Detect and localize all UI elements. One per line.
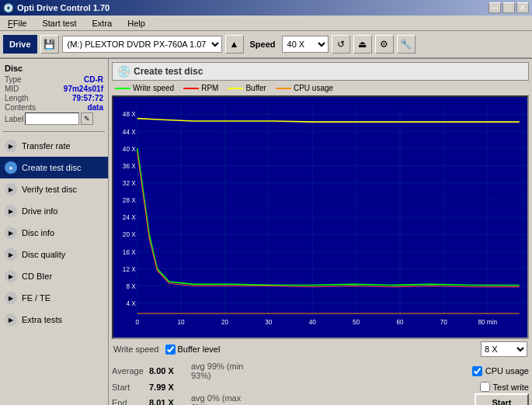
- settings-button[interactable]: ⚙: [375, 35, 394, 54]
- disc-label-row: Label ✎: [5, 112, 103, 125]
- cpu-usage-checkbox[interactable]: [472, 366, 482, 376]
- menu-start-test[interactable]: Start test: [37, 17, 81, 29]
- legend-buffer-label: Buffer: [245, 84, 266, 92]
- sidebar-disc-quality-label: Disc quality: [22, 250, 65, 259]
- svg-text:0: 0: [135, 318, 139, 326]
- speed-label: Speed: [250, 40, 276, 49]
- app-icon: 💿: [3, 3, 14, 13]
- sidebar-fe-te[interactable]: ▶ FE / TE: [0, 287, 108, 309]
- sidebar-verify-test-disc[interactable]: ▶ Verify test disc: [0, 178, 108, 200]
- disc-type-row: Type CD-R: [5, 75, 103, 84]
- menu-help[interactable]: Help: [123, 17, 150, 29]
- disc-contents-row: Contents data: [5, 103, 103, 112]
- disc-quality-icon: ▶: [5, 248, 17, 261]
- toolbar: Drive 💾 (M:) PLEXTOR DVDR PX-760A 1.07 ▲…: [0, 31, 532, 59]
- disc-label-input[interactable]: [25, 112, 79, 125]
- stats-row-end: End 8.01 X avg 0% (max 0%) Start: [112, 393, 529, 405]
- chart-legend: Write speed RPM Buffer CPU usage: [112, 82, 529, 94]
- close-button[interactable]: ✕: [516, 2, 529, 13]
- drive-info-button[interactable]: ▲: [225, 35, 244, 54]
- buffer-level-checkbox[interactable]: [165, 344, 176, 355]
- svg-text:40: 40: [309, 318, 316, 326]
- svg-text:28 X: 28 X: [123, 196, 136, 204]
- tool-button[interactable]: 🔧: [397, 35, 416, 54]
- drive-select[interactable]: (M:) PLEXTOR DVDR PX-760A 1.07: [62, 36, 222, 53]
- fe-te-icon: ▶: [5, 292, 17, 304]
- drive-icon-button[interactable]: 💾: [40, 35, 59, 54]
- svg-text:70: 70: [440, 318, 447, 326]
- disc-type-label: Type: [5, 75, 22, 84]
- create-test-disc-icon: ●: [5, 161, 17, 174]
- disc-type-value: CD-R: [84, 75, 103, 84]
- legend-rpm: RPM: [183, 84, 218, 92]
- sidebar-extra-tests[interactable]: ▶ Extra tests: [0, 309, 108, 331]
- sidebar-create-test-disc[interactable]: ● Create test disc: [0, 157, 108, 178]
- extra-tests-icon: ▶: [5, 313, 17, 326]
- drive-info-icon: ▶: [5, 205, 17, 217]
- buffer-level-label: Buffer level: [178, 344, 221, 354]
- sidebar-cd-bier[interactable]: ▶ CD BIer: [0, 265, 108, 287]
- disc-info-icon: ▶: [5, 227, 17, 239]
- disc-label-label: Label: [5, 115, 23, 123]
- sidebar: Disc Type CD-R MID 97m24s01f Length 79:5…: [0, 59, 109, 405]
- refresh-button[interactable]: ↺: [332, 35, 350, 54]
- sidebar-verify-test-disc-label: Verify test disc: [22, 185, 77, 194]
- end-avg-value: avg 0% (max 0%): [191, 393, 245, 405]
- svg-text:32 X: 32 X: [123, 179, 136, 187]
- disc-length-label: Length: [5, 94, 29, 102]
- sidebar-drive-info[interactable]: ▶ Drive info: [0, 200, 108, 222]
- chart-header: 💿 Create test disc: [112, 62, 529, 81]
- stats-row-start: Start 7.99 X Test write: [112, 381, 529, 393]
- below-chart-controls: Write speed Buffer level 8 X: [112, 339, 529, 359]
- svg-text:10: 10: [178, 318, 185, 326]
- svg-text:80 min: 80 min: [478, 318, 497, 326]
- main-content: Disc Type CD-R MID 97m24s01f Length 79:5…: [0, 59, 532, 405]
- average-avg-value: avg 99% (min 93%): [191, 362, 245, 380]
- svg-text:48 X: 48 X: [123, 110, 136, 118]
- svg-text:8 X: 8 X: [126, 282, 136, 290]
- drive-label: Drive: [3, 35, 37, 54]
- minimize-button[interactable]: —: [489, 2, 501, 13]
- svg-text:40 X: 40 X: [123, 144, 136, 152]
- start-value: 7.99 X: [149, 382, 188, 392]
- test-write-checkbox[interactable]: [480, 382, 490, 392]
- write-speed-select[interactable]: 8 X: [481, 341, 527, 357]
- legend-buffer-color: [228, 88, 243, 89]
- sidebar-cd-bier-label: CD BIer: [22, 272, 52, 281]
- svg-text:30: 30: [265, 318, 272, 326]
- eject-button[interactable]: ⏏: [353, 35, 372, 54]
- start-button[interactable]: Start: [475, 393, 529, 405]
- sidebar-disc-info[interactable]: ▶ Disc info: [0, 222, 108, 244]
- disc-mid-value: 97m24s01f: [64, 85, 103, 93]
- disc-label-icon-button[interactable]: ✎: [81, 112, 93, 125]
- cd-bier-icon: ▶: [5, 270, 17, 282]
- legend-cpu-label: CPU usage: [294, 84, 333, 92]
- maximize-button[interactable]: □: [502, 2, 515, 13]
- svg-text:12 X: 12 X: [123, 265, 136, 272]
- right-panel: 💿 Create test disc Write speed RPM Buffe…: [109, 59, 532, 405]
- menu-bar: FFile Start test Extra Help: [0, 16, 532, 31]
- disc-contents-value: data: [87, 103, 103, 112]
- legend-rpm-label: RPM: [201, 84, 218, 92]
- stats-area: Average 8.00 X avg 99% (min 93%) CPU usa…: [112, 359, 529, 405]
- menu-extra[interactable]: Extra: [88, 17, 117, 29]
- legend-write-speed: Write speed: [115, 84, 174, 92]
- menu-file[interactable]: FFile: [3, 17, 31, 29]
- legend-rpm-color: [183, 88, 199, 89]
- sidebar-transfer-rate[interactable]: ▶ Transfer rate: [0, 135, 108, 157]
- speed-select[interactable]: 40 X: [282, 36, 329, 53]
- end-label: End: [112, 398, 146, 405]
- start-label: Start: [112, 382, 146, 392]
- sidebar-drive-info-label: Drive info: [22, 206, 57, 216]
- disc-section-header: Disc: [0, 62, 108, 74]
- chart-area: 48 X 44 X 40 X 36 X 32 X 28 X 24 X 20 X …: [112, 95, 529, 339]
- sidebar-disc-quality[interactable]: ▶ Disc quality: [0, 244, 108, 265]
- svg-text:16 X: 16 X: [123, 248, 136, 255]
- sidebar-disc-info-label: Disc info: [22, 228, 54, 237]
- svg-text:60: 60: [396, 318, 403, 326]
- chart-title: Create test disc: [134, 66, 203, 77]
- end-value: 8.01 X: [149, 398, 188, 405]
- disc-length-row: Length 79:57:72: [5, 94, 103, 102]
- disc-info-grid: Type CD-R MID 97m24s01f Length 79:57:72 …: [0, 74, 108, 128]
- legend-cpu-color: [276, 88, 291, 89]
